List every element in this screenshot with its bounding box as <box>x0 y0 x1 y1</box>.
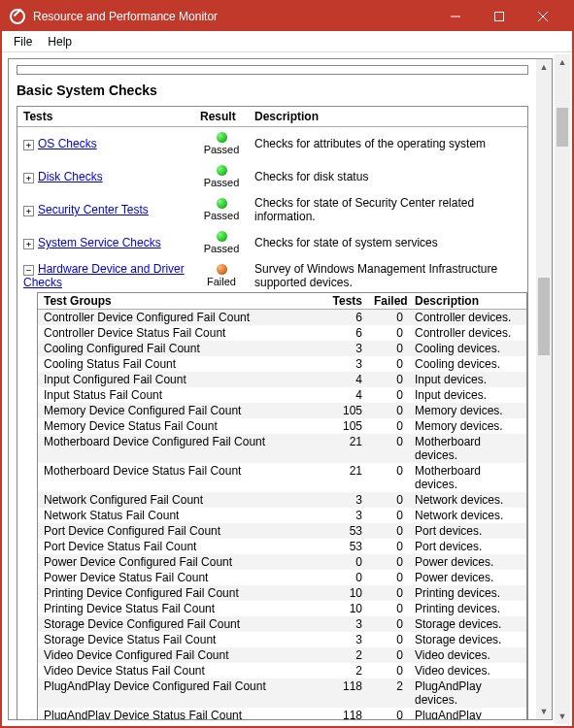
maximize-button[interactable] <box>477 2 521 31</box>
result-cell: Passed <box>194 229 249 256</box>
group-tests: 2 <box>325 663 368 678</box>
group-description: Video devices. <box>409 663 526 678</box>
expand-toggle[interactable]: + <box>23 173 34 183</box>
expand-toggle[interactable]: − <box>23 265 34 276</box>
group-tests: 0 <box>325 554 368 570</box>
group-failed: 0 <box>368 616 409 632</box>
scroll-down-icon[interactable]: ▼ <box>555 709 570 724</box>
group-name: Video Device Status Fail Count <box>38 663 325 678</box>
result-text: Passed <box>204 177 240 188</box>
group-tests: 2 <box>325 647 368 663</box>
group-failed: 0 <box>368 601 409 616</box>
group-tests: 118 <box>325 678 368 708</box>
inner-scroll-thumb[interactable] <box>538 278 550 355</box>
group-name: Controller Device Status Fail Count <box>38 325 325 341</box>
group-tests: 6 <box>325 325 368 341</box>
expand-toggle[interactable]: + <box>23 206 34 216</box>
group-tests: 10 <box>325 585 368 601</box>
scroll-down-icon[interactable]: ▼ <box>536 704 552 719</box>
group-row: Printing Device Configured Fail Count100… <box>38 585 526 601</box>
check-description: Checks for state of Security Center rela… <box>249 194 527 225</box>
inner-scrollbar[interactable]: ▲ ▼ <box>536 59 552 719</box>
result-text: Passed <box>204 243 240 254</box>
check-link[interactable]: System Service Checks <box>38 236 161 249</box>
expand-toggle[interactable]: + <box>23 140 34 150</box>
menu-file[interactable]: File <box>6 33 40 50</box>
group-description: Cooling devices. <box>409 356 526 372</box>
group-row: Input Configured Fail Count40Input devic… <box>38 372 526 387</box>
group-description: Controller devices. <box>409 325 526 341</box>
status-dot-icon <box>217 264 227 275</box>
check-row: +OS ChecksPassedChecks for attributes of… <box>17 127 527 160</box>
group-failed: 0 <box>368 387 409 403</box>
group-tests: 21 <box>325 434 368 463</box>
group-name: Storage Device Status Fail Count <box>38 632 325 647</box>
group-tests: 4 <box>325 372 368 387</box>
group-failed: 0 <box>368 325 409 341</box>
group-failed: 0 <box>368 492 409 508</box>
group-row: Video Device Configured Fail Count20Vide… <box>38 647 526 663</box>
check-link[interactable]: Disk Checks <box>38 170 103 183</box>
group-name: Video Device Configured Fail Count <box>38 647 325 663</box>
group-description: Input devices. <box>409 387 526 403</box>
check-description: Checks for attributes of the operating s… <box>249 135 527 152</box>
group-name: Memory Device Configured Fail Count <box>38 403 325 418</box>
scroll-up-icon[interactable]: ▲ <box>555 54 570 70</box>
group-failed: 0 <box>368 632 409 647</box>
group-description: Network devices. <box>409 492 526 508</box>
report-content: Basic System Checks Tests Result Descrip… <box>9 59 536 719</box>
group-name: Power Device Status Fail Count <box>38 570 325 585</box>
group-name: Motherboard Device Configured Fail Count <box>38 434 325 463</box>
group-row: Power Device Configured Fail Count00Powe… <box>38 554 526 570</box>
group-failed: 0 <box>368 539 409 554</box>
menubar: File Help <box>2 31 572 52</box>
minimize-button[interactable] <box>433 2 477 31</box>
group-name: Motherboard Device Status Fail Count <box>38 463 325 492</box>
check-row: −Hardware Device and Driver ChecksFailed… <box>17 259 527 292</box>
group-row: Network Configured Fail Count30Network d… <box>38 492 526 508</box>
group-failed: 0 <box>368 523 409 539</box>
group-tests: 0 <box>325 570 368 585</box>
group-row: Memory Device Configured Fail Count1050M… <box>38 403 526 418</box>
group-name: Printing Device Status Fail Count <box>38 601 325 616</box>
group-row: Video Device Status Fail Count20Video de… <box>38 663 526 678</box>
outer-scrollbar[interactable]: ▲ ▼ <box>555 54 570 724</box>
svg-rect-1 <box>494 13 503 21</box>
group-name: Controller Device Configured Fail Count <box>38 310 325 325</box>
group-description: Motherboard devices. <box>409 463 526 492</box>
group-row: Printing Device Status Fail Count100Prin… <box>38 601 526 616</box>
titlebar[interactable]: Resource and Performance Monitor <box>2 2 572 31</box>
group-failed: 0 <box>368 356 409 372</box>
expand-toggle[interactable]: + <box>23 239 34 249</box>
check-link[interactable]: Hardware Device and Driver Checks <box>23 262 185 289</box>
groups-header-description: Description <box>409 293 526 309</box>
group-row: Controller Device Configured Fail Count6… <box>38 310 526 325</box>
group-tests: 3 <box>325 632 368 647</box>
groups-header-name: Test Groups <box>38 293 325 309</box>
group-name: Memory Device Status Fail Count <box>38 418 325 434</box>
header-tests: Tests <box>17 107 194 126</box>
group-row: Network Status Fail Count30Network devic… <box>38 508 526 523</box>
menu-help[interactable]: Help <box>40 33 80 50</box>
content-area: ▲ ▼ ▲ ▼ Basic System Checks Tests Result… <box>2 52 572 726</box>
group-description: PlugAndPlay devices. <box>409 678 526 708</box>
group-row: PlugAndPlay Device Status Fail Count1180… <box>38 708 526 719</box>
group-failed: 0 <box>368 310 409 325</box>
check-link[interactable]: OS Checks <box>38 137 97 150</box>
group-name: Input Status Fail Count <box>38 387 325 403</box>
group-row: Storage Device Configured Fail Count30St… <box>38 616 526 632</box>
check-link[interactable]: Security Center Tests <box>38 203 149 216</box>
group-description: Memory devices. <box>409 418 526 434</box>
close-button[interactable] <box>521 2 564 31</box>
group-name: Port Device Status Fail Count <box>38 539 325 554</box>
group-row: Power Device Status Fail Count00Power de… <box>38 570 526 585</box>
group-name: Port Device Configured Fail Count <box>38 523 325 539</box>
scroll-up-icon[interactable]: ▲ <box>536 59 552 75</box>
section-title: Basic System Checks <box>17 83 528 98</box>
group-name: Cooling Configured Fail Count <box>38 341 325 356</box>
group-description: Port devices. <box>409 539 526 554</box>
group-failed: 0 <box>368 403 409 418</box>
group-tests: 105 <box>325 403 368 418</box>
outer-scroll-thumb[interactable] <box>557 108 568 147</box>
group-name: Input Configured Fail Count <box>38 372 325 387</box>
